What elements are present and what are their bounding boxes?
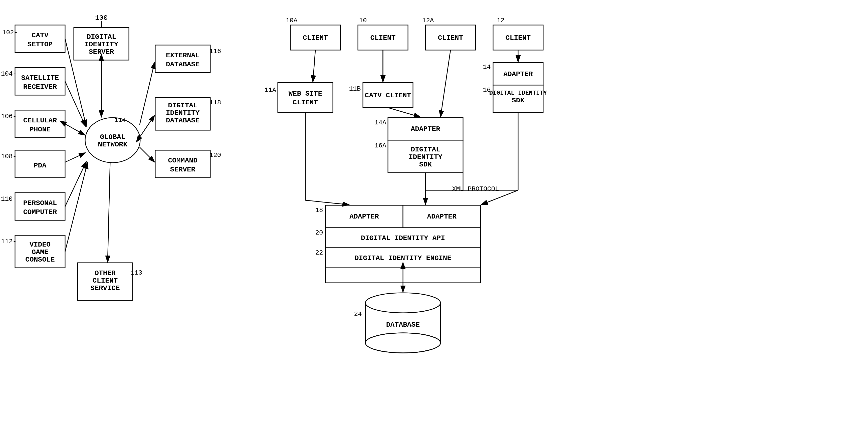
adapter-14a-text: ADAPTER bbox=[411, 125, 440, 133]
did-sdk-16a-text1: DIGITAL bbox=[411, 146, 440, 153]
database-cover bbox=[366, 338, 440, 348]
pda-to-network-line bbox=[65, 153, 86, 162]
ref-113: 113 bbox=[131, 269, 143, 277]
did-sdk-16-text2: SDK bbox=[512, 97, 525, 104]
pc-to-network-line bbox=[65, 161, 86, 207]
digital-identity-server-text2: IDENTITY bbox=[85, 40, 118, 48]
client-12a-text: CLIENT bbox=[438, 34, 463, 42]
client10a-to-wsc-line bbox=[313, 50, 315, 82]
global-network-text2: NETWORK bbox=[98, 141, 127, 148]
main-container: 100 DIGITAL IDENTITY SERVER GLOBAL NETWO… bbox=[0, 0, 868, 423]
cellular-phone-text1: CELLULAR bbox=[23, 117, 57, 124]
ref-12a: 12A bbox=[422, 17, 434, 24]
external-database-text2: DATABASE bbox=[166, 61, 199, 68]
ref-114: 114 bbox=[114, 116, 126, 124]
adapter-14-text: ADAPTER bbox=[503, 70, 533, 78]
personal-computer-text1: PERSONAL bbox=[23, 199, 57, 207]
did-text3: DATABASE bbox=[166, 117, 199, 124]
command-server-text1: COMMAND bbox=[168, 157, 197, 164]
client-12-text: CLIENT bbox=[505, 34, 531, 42]
catv-client-text: CATV CLIENT bbox=[365, 92, 411, 99]
ref-16: 16 bbox=[483, 86, 491, 94]
ref-100: 100 bbox=[95, 14, 107, 22]
database-cylinder-top bbox=[365, 293, 440, 313]
ref-104: 104- bbox=[1, 70, 17, 78]
command-server-text2: SERVER bbox=[170, 166, 195, 174]
ref-102: 102- bbox=[2, 29, 18, 36]
ref-120: 120 bbox=[210, 151, 221, 159]
did-sdk-16a-text3: SDK bbox=[419, 161, 432, 169]
ref-116: 116 bbox=[210, 48, 221, 55]
database-text: DATABASE bbox=[386, 321, 420, 329]
client12a-to-adapter14a-line bbox=[440, 50, 451, 117]
did-text1: DIGITAL bbox=[168, 101, 197, 110]
network-to-ocs-line bbox=[107, 162, 110, 262]
ref-20: 20 bbox=[315, 229, 323, 237]
ref-24: 24 bbox=[354, 310, 362, 318]
digital-identity-engine-text: DIGITAL IDENTITY ENGINE bbox=[355, 254, 451, 262]
client-10-text: CLIENT bbox=[370, 34, 396, 42]
sat-to-network-line bbox=[65, 81, 86, 126]
digital-identity-api-text: DIGITAL IDENTITY API bbox=[361, 234, 445, 242]
ref-14: 14 bbox=[483, 63, 491, 71]
xml-protocol-text: XML PROTOCOL bbox=[452, 185, 499, 193]
did-sdk-16a-text2: IDENTITY bbox=[409, 153, 442, 161]
did-text2: IDENTITY bbox=[166, 109, 200, 117]
ref-10: 10 bbox=[359, 17, 367, 24]
other-client-text1: OTHER bbox=[95, 269, 116, 277]
vgc-to-network-line bbox=[65, 162, 88, 251]
ref-18: 18 bbox=[315, 207, 323, 214]
video-game-text2: GAME bbox=[32, 248, 48, 256]
ref-106: 106- bbox=[1, 113, 17, 120]
web-site-client-text2: CLIENT bbox=[293, 99, 318, 107]
ref-108: 108- bbox=[1, 153, 17, 160]
wsc-to-adapter-line bbox=[305, 200, 349, 205]
satellite-receiver-text1: SATELLITE bbox=[21, 74, 59, 82]
video-game-text1: VIDEO bbox=[30, 241, 51, 248]
cellular-phone-text2: PHONE bbox=[30, 126, 51, 133]
network-to-extdb-line bbox=[140, 62, 155, 125]
catv-settop-text1: CATV bbox=[32, 32, 48, 39]
network-to-didb-line bbox=[140, 115, 155, 137]
other-client-text3: SERVICE bbox=[90, 284, 120, 292]
satellite-receiver-text2: RECEIVER bbox=[23, 83, 57, 91]
ref-118: 118 bbox=[210, 99, 221, 107]
ref-12: 12 bbox=[497, 17, 504, 24]
network-to-cmd-line bbox=[140, 147, 155, 162]
ref-10a: 10A bbox=[286, 17, 298, 24]
external-database-text1: EXTERNAL bbox=[166, 52, 199, 59]
client-10a-text: CLIENT bbox=[303, 34, 328, 42]
catv-to-adapter14a-line bbox=[388, 108, 421, 117]
ref-112: 112- bbox=[1, 238, 17, 245]
did-sdk-16-text1: DIGITAL IDENTITY bbox=[489, 90, 547, 96]
ref-11b: 11B bbox=[349, 85, 361, 93]
cell-to-network-line bbox=[65, 124, 85, 135]
ref-110: 110- bbox=[1, 195, 17, 203]
digital-identity-server-text3: SERVER bbox=[89, 48, 114, 56]
ref-11a: 11A bbox=[265, 86, 276, 94]
ref-16a: 16A bbox=[375, 142, 386, 149]
adapter-left-text: ADAPTER bbox=[349, 213, 379, 220]
other-client-text2: CLIENT bbox=[93, 277, 118, 284]
ref-14a: 14A bbox=[375, 119, 386, 126]
global-network-text1: GLOBAL bbox=[100, 133, 125, 141]
catv-settop-text2: SETTOP bbox=[28, 40, 53, 48]
web-site-client-text1: WEB SITE bbox=[288, 90, 322, 98]
adapter-right-text: ADAPTER bbox=[427, 213, 457, 220]
pda-text: PDA bbox=[34, 162, 46, 170]
video-game-text3: CONSOLE bbox=[25, 256, 55, 264]
personal-computer-text2: COMPUTER bbox=[23, 208, 57, 216]
ref-22: 22 bbox=[315, 249, 323, 256]
digital-identity-server-text1: DIGITAL bbox=[87, 33, 116, 41]
